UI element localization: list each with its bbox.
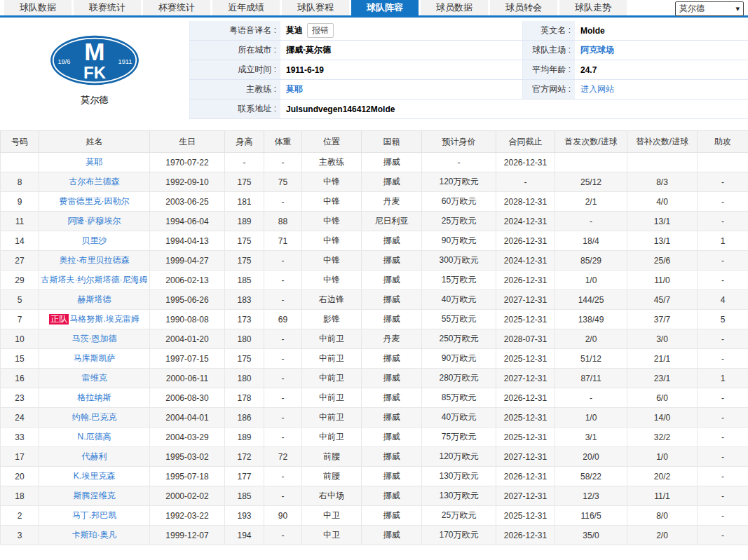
starts-cell: 51/12 — [555, 349, 627, 369]
starts-cell: 87/11 — [555, 369, 627, 388]
name-cell: 莫耶 — [39, 153, 150, 172]
nationality-cell: 挪威 — [362, 271, 422, 290]
field-label-head-coach: 主教练 : — [189, 80, 280, 100]
starts-cell: 1/0 — [555, 408, 627, 428]
subs-cell: 1/0 — [627, 447, 698, 467]
tab-team-data[interactable]: 球队数据 — [4, 0, 72, 15]
weight-cell: 72 — [264, 447, 302, 467]
player-link[interactable]: 赫斯塔德 — [78, 294, 111, 304]
col-header-subs: 替补次数/进球 — [627, 131, 698, 153]
name-cell: 贝里沙 — [39, 231, 150, 251]
col-header-num: 号码 — [1, 131, 39, 153]
player-link[interactable]: 费雷德里克·因勒尔 — [60, 196, 130, 206]
player-link[interactable]: 奥拉·布里贝拉德森 — [60, 255, 130, 265]
contract-cell: 2025-12-31 — [496, 408, 555, 428]
table-row: 20K.埃里克森1995-07-18177-前腰挪威130万欧元2026-12-… — [1, 467, 748, 486]
player-link[interactable]: 马丁.邦巴凯 — [72, 510, 116, 520]
height-cell: 186 — [225, 408, 264, 428]
height-cell: 177 — [225, 467, 264, 486]
assists-cell: - — [698, 467, 748, 486]
player-link[interactable]: N.厄德高 — [78, 432, 111, 442]
nationality-cell: 挪威 — [362, 369, 422, 388]
table-row: 29古斯塔夫·约尔斯塔德·尼海姆2006-02-13185-中锋挪威15万欧元2… — [1, 271, 748, 290]
chevron-down-icon: ▾ — [735, 4, 740, 13]
tab-team-schedule[interactable]: 球队赛程 — [282, 0, 349, 15]
position-cell: 主教练 — [302, 153, 362, 172]
address-text: Julsundvegen146412Molde — [286, 104, 395, 114]
team-select[interactable]: 莫尔德 ▾ — [675, 1, 744, 16]
info-row: 粤语音译名 :莫迪报错英文名 :Molde — [189, 21, 748, 41]
player-link[interactable]: 古斯塔夫·约尔斯塔德·尼海姆 — [41, 275, 148, 285]
col-header-height: 身高 — [225, 131, 264, 153]
weight-cell: 71 — [264, 231, 302, 251]
official-website-link[interactable]: 进入网站 — [580, 84, 614, 94]
name-cell: N.厄德高 — [39, 428, 150, 447]
table-row: 7正队马格努斯.埃克雷姆1990-08-0817369影锋挪威55万欧元2025… — [1, 310, 748, 329]
birthday-cell: 2004-01-20 — [150, 329, 225, 349]
position-cell: 中前卫 — [302, 349, 362, 369]
starts-cell: 35/0 — [555, 526, 627, 545]
assists-cell: - — [698, 428, 748, 447]
player-link[interactable]: 莫耶 — [86, 157, 103, 167]
player-link[interactable]: 古尔布兰德森 — [69, 177, 120, 186]
height-cell: 175 — [225, 172, 264, 192]
logo-year-right: 1911 — [118, 57, 132, 64]
subs-cell: 8/0 — [627, 506, 698, 526]
weight-cell: 69 — [264, 310, 302, 329]
player-link[interactable]: 格拉纳斯 — [78, 392, 111, 402]
contract-cell: 2027-12-31 — [496, 290, 555, 310]
player-link[interactable]: K.埃里克森 — [74, 471, 115, 481]
price-cell: 120万欧元 — [422, 447, 496, 467]
tab-recent-results[interactable]: 近年成绩 — [212, 0, 280, 15]
nationality-cell: 挪威 — [362, 428, 422, 447]
tab-team-trend[interactable]: 球队走势 — [559, 0, 627, 15]
player-link[interactable]: 卡斯珀·奥凡 — [72, 530, 117, 540]
player-link[interactable]: 马库斯凯萨 — [74, 353, 116, 363]
player-link[interactable]: 马格努斯.埃克雷姆 — [69, 314, 139, 324]
position-cell: 中卫 — [302, 526, 362, 545]
assists-cell: - — [698, 447, 748, 467]
starts-cell: - — [555, 212, 627, 231]
assists-cell: 1 — [698, 369, 748, 388]
player-link[interactable]: 马茨·恩加德 — [72, 334, 117, 343]
player-link[interactable]: 阿隆·萨穆埃尔 — [68, 216, 121, 226]
tab-player-data[interactable]: 球员数据 — [421, 0, 488, 15]
tab-player-transfers[interactable]: 球员转会 — [490, 0, 557, 15]
subs-cell: 11/1 — [627, 486, 698, 506]
position-cell: 前腰 — [302, 467, 362, 486]
player-link[interactable]: 斯腾涅维克 — [74, 491, 116, 500]
home-stadium-link[interactable]: 阿克球场 — [580, 45, 614, 55]
field-label-home-stadium: 球队主场 : — [522, 41, 575, 60]
head-coach-link[interactable]: 莫耶 — [286, 84, 303, 94]
price-cell: 40万欧元 — [422, 290, 496, 310]
nationality-cell: 挪威 — [362, 310, 422, 329]
info-row: 联系地址 :Julsundvegen146412Molde — [189, 100, 748, 119]
tab-team-squad[interactable]: 球队阵容 — [351, 0, 419, 15]
table-row: 23格拉纳斯2006-08-30178-中前卫挪威85万欧元2026-12-31… — [1, 388, 748, 408]
player-link[interactable]: 贝里沙 — [82, 235, 107, 245]
player-link[interactable]: 约翰.巴克克 — [72, 412, 116, 422]
table-row: 33N.厄德高2004-03-29189-中前卫挪威75万欧元2025-12-3… — [1, 428, 748, 447]
contract-cell: 2025-12-31 — [496, 310, 555, 329]
col-header-price: 预计身价 — [422, 131, 496, 153]
tab-league-stats[interactable]: 联赛统计 — [74, 0, 141, 15]
table-row: 14贝里沙1994-04-1317571中锋挪威90万欧元2026-12-311… — [1, 231, 748, 251]
num-cell: 20 — [1, 467, 39, 486]
price-cell: 25万欧元 — [422, 506, 496, 526]
birthday-cell: 1999-04-27 — [150, 251, 225, 271]
weight-cell: 75 — [264, 172, 302, 192]
nationality-cell: 挪威 — [362, 231, 422, 251]
contract-cell: 2024-12-31 — [496, 212, 555, 231]
player-link[interactable]: 雷维克 — [82, 373, 107, 383]
report-error-button[interactable]: 报错 — [307, 23, 334, 38]
tab-bar: 球队数据联赛统计杯赛统计近年成绩球队赛程球队阵容球员数据球员转会球队走势 — [0, 0, 748, 18]
table-row: 10马茨·恩加德2004-01-20180-中前卫丹麦250万欧元2028-07… — [1, 329, 748, 349]
nationality-cell: 挪威 — [362, 251, 422, 271]
price-cell: 170万欧元 — [422, 526, 496, 545]
nationality-cell: 挪威 — [362, 349, 422, 369]
weight-cell: - — [264, 369, 302, 388]
nationality-cell: 尼日利亚 — [362, 212, 422, 231]
captain-badge: 正队 — [49, 314, 69, 325]
tab-cup-stats[interactable]: 杯赛统计 — [143, 0, 210, 15]
player-link[interactable]: 代赫利 — [82, 451, 107, 461]
